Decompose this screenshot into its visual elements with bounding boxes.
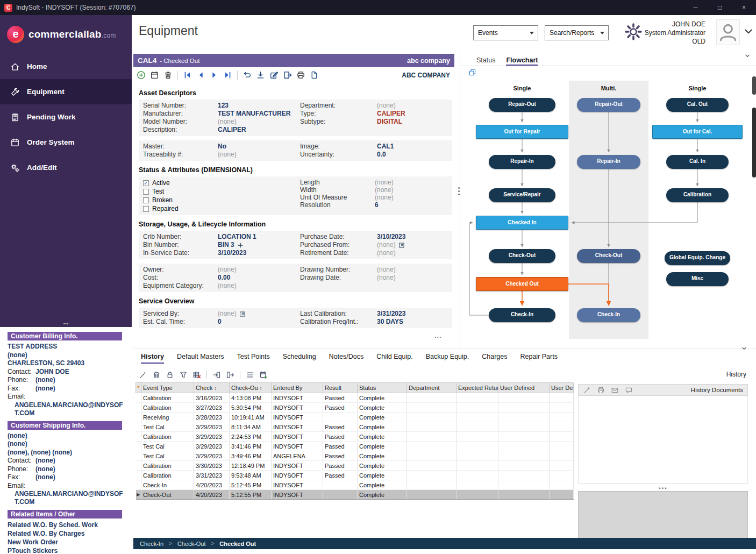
flow-node-misc[interactable]: Misc — [666, 272, 729, 286]
nav-prev-icon[interactable] — [196, 70, 205, 80]
events-dropdown[interactable]: Events — [473, 25, 538, 40]
history-row[interactable]: Calibration3/29/20232:24:53 PMINDYSOFTPa… — [136, 432, 574, 442]
column-header-department[interactable]: Department — [407, 383, 457, 393]
flow-node-calibration[interactable]: Calibration — [666, 188, 729, 202]
tab-backup-equip[interactable]: Backup Equip. — [426, 353, 469, 364]
sidebar-item-order-system[interactable]: Order System — [0, 130, 132, 155]
lock-icon[interactable] — [166, 371, 174, 379]
user-menu-chevron-icon[interactable] — [743, 27, 754, 37]
nav-last-icon[interactable] — [223, 70, 232, 80]
sidebar-more[interactable]: ... — [0, 318, 132, 326]
column-header-check-ou[interactable]: Check-Ou↕ — [230, 383, 272, 393]
scrollbar-thumb[interactable] — [752, 108, 756, 177]
checkbox-box[interactable] — [143, 197, 149, 203]
add-icon[interactable] — [137, 70, 146, 80]
calendar-add-icon[interactable] — [259, 371, 268, 379]
column-header-check[interactable]: Check↕ — [194, 383, 230, 393]
tab-history[interactable]: History — [141, 353, 164, 364]
import-icon[interactable] — [212, 371, 221, 379]
history-row[interactable]: ▶Check-Out4/20/20235:12:55 PMINDYSOFTCom… — [136, 490, 574, 500]
column-header-event-type[interactable]: Event Type — [141, 383, 194, 393]
export-icon[interactable] — [226, 371, 234, 379]
flow-node-cal-out[interactable]: Cal. Out — [666, 98, 729, 112]
column-header-user-def[interactable]: User Def — [550, 383, 574, 393]
sidebar-item-home[interactable]: Home — [0, 54, 132, 79]
flag-icon[interactable] — [283, 70, 292, 80]
column-header-expected-return[interactable]: Expected Return — [457, 383, 498, 393]
history-row[interactable]: Receiving3/28/202310:19:41 AMINDYSOFTCom… — [136, 413, 574, 422]
tab-notes-docs[interactable]: Notes/Docs — [329, 353, 364, 364]
list-icon[interactable] — [246, 371, 254, 379]
history-row[interactable]: Test Cal3/29/20233:41:46 PMINDYSOFTPasse… — [136, 442, 574, 451]
sidebar-item-equipment[interactable]: Equipment — [0, 79, 132, 104]
documents-splitter-handle[interactable]: ... — [578, 484, 748, 491]
comment-icon[interactable] — [625, 386, 633, 394]
print-icon[interactable] — [296, 70, 305, 80]
avatar[interactable] — [716, 19, 740, 45]
flow-node-global-equip-change[interactable]: Global Equip. Change — [665, 251, 730, 265]
trash-icon[interactable] — [152, 371, 161, 379]
column-header-result[interactable]: Result — [323, 383, 358, 393]
flow-node-repair-in[interactable]: Repair-In — [577, 155, 640, 169]
scrollbar-thumb[interactable] — [752, 76, 756, 95]
panel-splitter-handle[interactable]: ... — [434, 331, 442, 339]
mail-icon[interactable] — [611, 386, 619, 394]
collapse-chevron-icon[interactable] — [744, 53, 751, 59]
column-header-entered-by[interactable]: Entered By — [272, 383, 323, 393]
history-row[interactable]: Calibration3/30/202312:18:49 PMINDYSOFTP… — [136, 461, 574, 471]
flow-node-check-in[interactable]: Check-In — [577, 308, 640, 322]
maximize-button[interactable]: □ — [708, 0, 732, 15]
flow-node-repair-in[interactable]: Repair-In — [489, 155, 555, 169]
vertical-splitter-handle[interactable] — [458, 187, 460, 195]
history-row[interactable]: Test Cal3/29/20233:49:46 PMANGELENAPasse… — [136, 451, 574, 461]
checkbox-box[interactable] — [143, 189, 149, 195]
wand-icon[interactable] — [139, 371, 147, 379]
flow-node-out-for-cal[interactable]: Out for Cal. — [652, 125, 743, 139]
tab-status[interactable]: Status — [476, 56, 495, 66]
checkbox-box[interactable] — [143, 206, 149, 212]
lookup-icon[interactable] — [398, 242, 405, 248]
flow-node-checked-out[interactable]: Checked Out — [476, 277, 568, 291]
flow-node-repair-out[interactable]: Repair-Out — [489, 98, 555, 112]
tab-charges[interactable]: Charges — [482, 353, 507, 364]
column-header-user-defined[interactable]: User Defined — [498, 383, 550, 393]
trash-icon[interactable] — [163, 70, 173, 80]
history-row[interactable]: Calibration3/16/20234:13:08 PMINDYSOFTPa… — [136, 393, 574, 403]
flow-node-check-in[interactable]: Check-In — [489, 308, 555, 322]
flow-node-checked-in[interactable]: Checked In — [476, 216, 568, 230]
flow-node-check-out[interactable]: Check-Out — [489, 249, 555, 263]
copy-icon[interactable] — [468, 68, 476, 76]
column-header-status[interactable]: Status — [358, 383, 407, 393]
nav-next-icon[interactable] — [210, 70, 219, 80]
wand-icon[interactable] — [583, 386, 591, 394]
flow-node-out-for-repair[interactable]: Out for Repair — [476, 125, 568, 139]
download-icon[interactable] — [256, 70, 265, 80]
search-reports-dropdown[interactable]: Search/Reports — [545, 25, 609, 40]
sidebar-item-pending-work[interactable]: Pending Work — [0, 104, 132, 130]
checkbox-active[interactable]: ✓Active — [143, 179, 300, 187]
nav-first-icon[interactable] — [183, 70, 192, 80]
flow-node-repair-out[interactable]: Repair-Out — [577, 98, 640, 112]
related-link-ptouch-stickers[interactable]: PTouch Stickers — [8, 546, 127, 554]
sort-icon[interactable]: ↕ — [260, 385, 262, 391]
settings-gear-icon[interactable] — [624, 23, 643, 41]
flow-node-check-out[interactable]: Check-Out — [577, 249, 640, 263]
tab-default-masters[interactable]: Default Masters — [177, 353, 224, 364]
history-row[interactable]: Calibration3/27/20235:30:54 PMINDYSOFTPa… — [136, 403, 574, 413]
calendar-icon[interactable] — [150, 70, 159, 80]
edit-icon[interactable] — [269, 70, 279, 80]
history-row[interactable]: Test Cal3/29/20238:11:34 AMINDYSOFTPasse… — [136, 422, 574, 432]
checkbox-repaired[interactable]: Repaired — [143, 204, 300, 213]
sidebar-item-add-edit[interactable]: Add/Edit — [0, 155, 132, 180]
lookup-icon[interactable] — [239, 311, 246, 317]
grid-x-icon[interactable] — [192, 371, 201, 379]
checkbox-test[interactable]: Test — [143, 187, 300, 196]
sort-icon[interactable]: ↕ — [214, 385, 217, 391]
tab-scheduling[interactable]: Scheduling — [283, 353, 316, 364]
flow-node-service-repair[interactable]: Service/Repair — [489, 188, 555, 202]
tab-child-equip[interactable]: Child Equip. — [376, 353, 412, 364]
funnel-icon[interactable] — [179, 371, 188, 379]
related-link-new-work-order[interactable]: New Work Order — [8, 538, 127, 546]
related-link-related-w-o-by-charges[interactable]: Related W.O. By Charges — [8, 529, 127, 538]
close-button[interactable]: × — [732, 0, 756, 15]
